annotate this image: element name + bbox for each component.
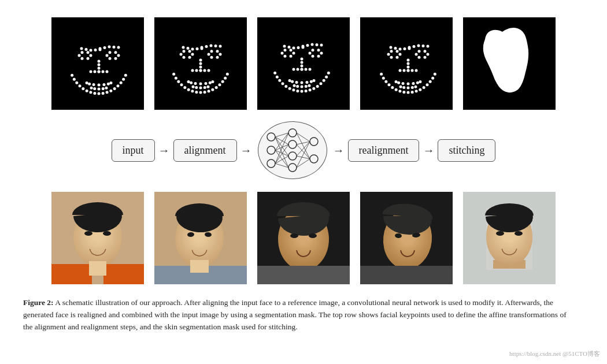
keypoint-image-1 bbox=[51, 17, 144, 110]
face-photo-1 bbox=[51, 192, 144, 284]
main-container: input → alignment → bbox=[23, 17, 584, 333]
keypoint-image-3 bbox=[257, 17, 350, 110]
svg-point-1 bbox=[267, 146, 275, 154]
pipeline-row: input → alignment → bbox=[23, 121, 584, 179]
watermark: https://blog.csdn.net @51CTO博客 bbox=[509, 350, 600, 358]
face-photo-5 bbox=[463, 192, 556, 284]
caption-label: Figure 2: bbox=[23, 298, 54, 307]
keypoint-image-4 bbox=[360, 17, 453, 110]
face-photo-2 bbox=[154, 192, 247, 284]
neural-network-svg bbox=[261, 124, 324, 176]
face-photo-4 bbox=[360, 192, 453, 284]
figure-caption: Figure 2: A schematic illustration of ou… bbox=[23, 297, 567, 333]
realignment-box: realignment bbox=[348, 139, 420, 162]
svg-point-6 bbox=[288, 164, 297, 172]
svg-line-24 bbox=[297, 144, 310, 159]
arrow-2: → bbox=[240, 144, 252, 157]
svg-point-7 bbox=[310, 138, 318, 146]
svg-point-0 bbox=[267, 133, 275, 141]
svg-point-8 bbox=[310, 155, 318, 163]
arrow-4: → bbox=[423, 144, 434, 157]
svg-point-5 bbox=[288, 152, 297, 160]
caption-text: A schematic illustration of our approach… bbox=[23, 298, 567, 331]
svg-line-25 bbox=[297, 142, 310, 156]
keypoint-image-2 bbox=[154, 17, 247, 110]
arrow-3: → bbox=[333, 144, 345, 157]
top-row-images bbox=[23, 17, 584, 110]
svg-line-9 bbox=[275, 133, 288, 137]
input-box: input bbox=[112, 139, 155, 162]
neural-network-box bbox=[258, 121, 327, 179]
svg-point-4 bbox=[288, 140, 297, 148]
svg-line-20 bbox=[275, 164, 288, 168]
stitching-box: stitching bbox=[438, 139, 495, 162]
bottom-row-faces bbox=[23, 192, 584, 284]
alignment-box: alignment bbox=[173, 139, 237, 162]
face-photo-3 bbox=[257, 192, 350, 284]
segmentation-mask-image bbox=[463, 17, 556, 110]
svg-point-2 bbox=[267, 159, 275, 168]
svg-point-3 bbox=[288, 129, 297, 137]
arrow-1: → bbox=[158, 144, 170, 157]
